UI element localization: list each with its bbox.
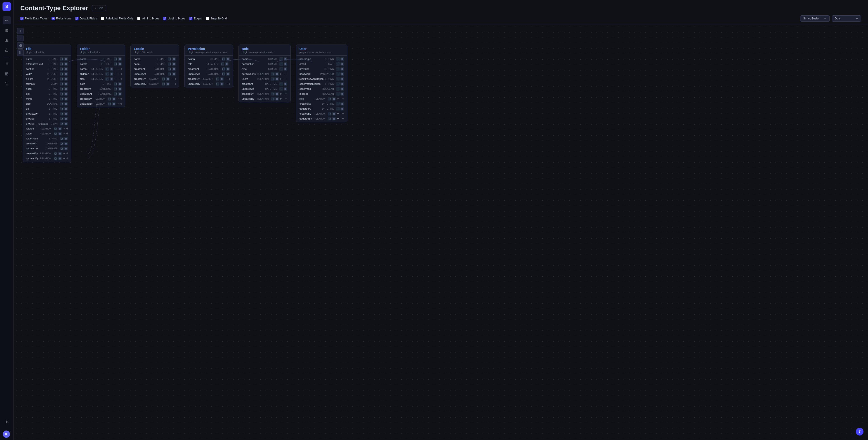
field-edit-icon[interactable] <box>172 67 176 71</box>
field-edit-icon[interactable] <box>110 77 113 81</box>
field-edit-icon[interactable] <box>118 92 122 96</box>
field-settings-icon[interactable] <box>60 142 64 145</box>
field-row[interactable]: providerSTRING <box>296 66 347 71</box>
field-edit-icon[interactable] <box>172 72 176 76</box>
field-row[interactable]: filesRELATION⊢→⊣ <box>77 76 125 81</box>
field-row[interactable]: previewUrlSTRING <box>23 111 71 116</box>
field-edit-icon[interactable] <box>64 117 68 121</box>
checkbox-fields-data-types[interactable] <box>20 17 24 20</box>
checkbox-item-plugin-types[interactable]: plugin:: Types <box>163 17 185 20</box>
field-edit-icon[interactable] <box>340 87 344 91</box>
help-button[interactable]: ? Help <box>92 5 106 11</box>
field-edit-icon[interactable] <box>332 117 336 121</box>
field-row[interactable]: createdByRELATION→⊣ <box>185 76 233 81</box>
field-edit-icon[interactable] <box>64 57 68 61</box>
field-row[interactable]: createdAtDATETIME <box>131 66 179 71</box>
field-edit-icon[interactable] <box>64 112 68 116</box>
field-settings-icon[interactable] <box>162 77 165 81</box>
field-edit-icon[interactable] <box>332 112 336 116</box>
sidebar-item-plugin[interactable] <box>3 70 11 78</box>
field-settings-icon[interactable] <box>336 57 340 61</box>
field-settings-icon[interactable] <box>60 82 64 86</box>
field-settings-icon[interactable] <box>336 67 340 71</box>
field-row[interactable]: heightINTEGER <box>23 76 71 81</box>
field-settings-icon[interactable] <box>168 72 171 76</box>
field-settings-icon[interactable] <box>105 67 109 71</box>
field-settings-icon[interactable] <box>216 77 219 81</box>
field-edit-icon[interactable] <box>118 82 122 86</box>
field-row[interactable]: providerSTRING <box>23 116 71 121</box>
field-settings-icon[interactable] <box>54 132 57 135</box>
field-edit-icon[interactable] <box>64 62 68 66</box>
field-row[interactable]: updatedAtDATETIME <box>77 91 125 96</box>
field-row[interactable]: createdAtDATETIME <box>296 101 347 106</box>
field-settings-icon[interactable] <box>105 72 109 76</box>
field-settings-icon[interactable] <box>336 82 340 86</box>
field-edit-icon[interactable] <box>226 72 230 76</box>
field-settings-icon[interactable] <box>60 77 64 81</box>
field-settings-icon[interactable] <box>60 122 64 125</box>
checkbox-item-edges[interactable]: Edges <box>189 17 202 20</box>
field-row[interactable]: childrenRELATION⊢→⊣ <box>77 71 125 76</box>
field-row[interactable]: nameSTRING <box>131 57 179 61</box>
field-settings-icon[interactable] <box>279 57 283 61</box>
entity-card-user[interactable]: Userplugin::users-permissions.useruserna… <box>296 44 347 122</box>
field-row[interactable]: confirmationTokenSTRING <box>296 81 347 86</box>
checkbox-default-fields[interactable] <box>75 17 79 20</box>
field-row[interactable]: parentRELATION⊢→⊣ <box>77 66 125 71</box>
field-edit-icon[interactable] <box>275 72 279 76</box>
field-settings-icon[interactable] <box>60 102 64 105</box>
field-row[interactable]: createdAtDATETIME <box>239 81 290 86</box>
field-settings-icon[interactable] <box>60 62 64 66</box>
field-row[interactable]: createdByRELATION⊢→⊣ <box>296 111 347 116</box>
checkbox-admin-types[interactable] <box>137 17 141 20</box>
field-edit-icon[interactable] <box>58 157 62 160</box>
field-edit-icon[interactable] <box>118 62 122 66</box>
drag-button[interactable]: ⠿ <box>17 50 24 56</box>
field-row[interactable]: provider_metadataJSON <box>23 121 71 126</box>
field-edit-icon[interactable] <box>58 127 62 130</box>
field-settings-icon[interactable] <box>336 92 340 96</box>
field-settings-icon[interactable] <box>168 67 171 71</box>
field-edit-icon[interactable] <box>172 62 176 66</box>
field-settings-icon[interactable] <box>336 77 340 81</box>
field-edit-icon[interactable] <box>340 82 344 86</box>
field-settings-icon[interactable] <box>271 72 275 76</box>
field-row[interactable]: blockedBOOLEAN <box>296 91 347 96</box>
field-settings-icon[interactable] <box>279 87 283 91</box>
dots-select[interactable]: Dots <box>832 15 861 22</box>
canvas-area[interactable]: + − ⠿ F <box>13 24 868 440</box>
checkbox-item-snap-to-grid[interactable]: Snap To Grid <box>206 17 227 20</box>
field-row[interactable]: usersRELATION⊢→⊣ <box>239 76 290 81</box>
field-settings-icon[interactable] <box>60 137 64 140</box>
field-edit-icon[interactable] <box>340 72 344 76</box>
field-settings-icon[interactable] <box>279 62 283 66</box>
field-row[interactable]: updatedByRELATION→⊣ <box>185 81 233 86</box>
field-settings-icon[interactable] <box>105 77 109 81</box>
field-edit-icon[interactable] <box>64 87 68 91</box>
field-settings-icon[interactable] <box>222 67 225 71</box>
field-edit-icon[interactable] <box>340 57 344 61</box>
field-edit-icon[interactable] <box>284 67 287 71</box>
field-edit-icon[interactable] <box>340 107 344 111</box>
field-settings-icon[interactable] <box>336 62 340 66</box>
entity-card-folder[interactable]: Folderplugin::upload.foldernameSTRINGpat… <box>76 44 125 107</box>
checkbox-relational-fields-only[interactable] <box>101 17 104 20</box>
field-edit-icon[interactable] <box>118 87 122 91</box>
checkbox-edges[interactable] <box>189 17 192 20</box>
entity-card-file[interactable]: Fileplugin::upload.filenameSTRINGalterna… <box>23 44 71 162</box>
bezier-select[interactable]: Smart Bezier <box>800 15 830 22</box>
field-settings-icon[interactable] <box>114 82 117 86</box>
checkbox-item-default-fields[interactable]: Default Fields <box>75 17 97 20</box>
field-edit-icon[interactable] <box>284 82 287 86</box>
field-edit-icon[interactable] <box>110 67 113 71</box>
field-settings-icon[interactable] <box>60 97 64 100</box>
field-settings-icon[interactable] <box>114 87 117 91</box>
field-edit-icon[interactable] <box>220 82 223 86</box>
field-edit-icon[interactable] <box>220 77 223 81</box>
field-settings-icon[interactable] <box>54 157 57 160</box>
field-row[interactable]: nameSTRING <box>77 57 125 61</box>
field-edit-icon[interactable] <box>340 77 344 81</box>
field-settings-icon[interactable] <box>60 107 64 111</box>
field-row[interactable]: mimeSTRING <box>23 96 71 101</box>
